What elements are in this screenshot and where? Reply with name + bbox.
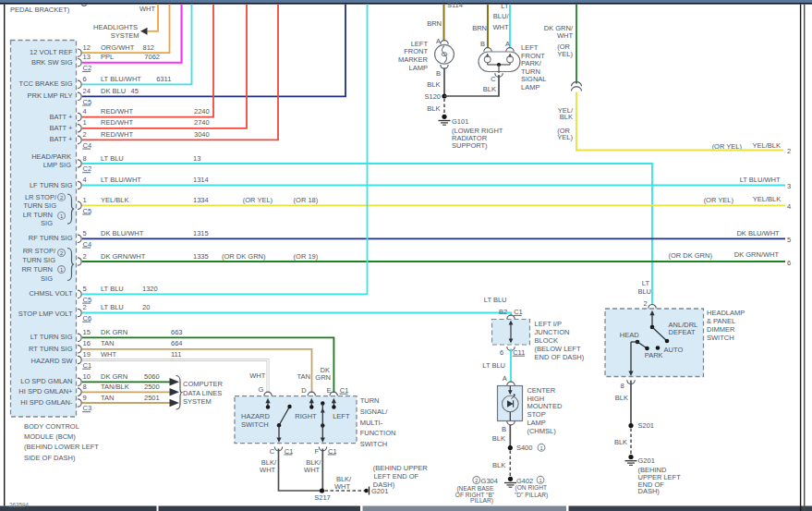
svg-text:C4: C4 bbox=[83, 240, 92, 249]
svg-text:TURN: TURN bbox=[360, 396, 380, 405]
svg-text:1: 1 bbox=[83, 118, 87, 127]
svg-text:13: 13 bbox=[193, 154, 200, 163]
svg-text:DK GRN/WHT: DK GRN/WHT bbox=[101, 252, 146, 261]
svg-text:C1: C1 bbox=[514, 308, 523, 316]
svg-text:C5: C5 bbox=[83, 207, 92, 215]
svg-text:DATA LINES: DATA LINES bbox=[183, 389, 222, 397]
svg-text:RR STOP/: RR STOP/ bbox=[23, 247, 56, 255]
svg-text:C4: C4 bbox=[83, 141, 92, 150]
svg-text:PRK LMP RLY: PRK LMP RLY bbox=[28, 91, 73, 100]
svg-text:(CHMSL): (CHMSL) bbox=[527, 427, 556, 435]
svg-text:20: 20 bbox=[142, 303, 150, 311]
svg-text:SYSTEM: SYSTEM bbox=[183, 397, 212, 406]
svg-text:MARKER: MARKER bbox=[398, 55, 429, 64]
svg-text:HI SPD GMLAN-: HI SPD GMLAN- bbox=[20, 398, 73, 407]
svg-text:DK BLU: DK BLU bbox=[101, 87, 126, 95]
svg-text:YEL): YEL) bbox=[557, 50, 573, 58]
svg-text:BATT +: BATT + bbox=[50, 124, 74, 132]
svg-text:CENTER: CENTER bbox=[527, 386, 555, 395]
svg-text:AUTO: AUTO bbox=[664, 346, 684, 354]
svg-text:TURN SIG: TURN SIG bbox=[22, 256, 55, 264]
svg-text:RT TURN SIG: RT TURN SIG bbox=[29, 345, 73, 353]
svg-text:2501: 2501 bbox=[144, 394, 160, 402]
svg-text:C1: C1 bbox=[328, 447, 337, 456]
svg-text:BLU/: BLU/ bbox=[493, 12, 510, 20]
svg-text:BRN: BRN bbox=[427, 19, 442, 28]
svg-text:A: A bbox=[503, 374, 507, 383]
svg-text:BLK: BLK bbox=[427, 80, 440, 89]
svg-text:1: 1 bbox=[83, 196, 87, 204]
svg-text:4: 4 bbox=[83, 107, 87, 116]
svg-text:2: 2 bbox=[60, 195, 63, 201]
svg-text:C: C bbox=[491, 75, 496, 83]
svg-text:SIGNAL/: SIGNAL/ bbox=[360, 408, 389, 416]
svg-text:MOUNTED: MOUNTED bbox=[527, 402, 562, 410]
svg-text:G101: G101 bbox=[452, 117, 468, 126]
svg-text:B2: B2 bbox=[499, 308, 507, 316]
svg-text:DK BLU/WHT: DK BLU/WHT bbox=[736, 229, 780, 237]
svg-text:1: 1 bbox=[539, 445, 542, 451]
svg-text:SWITCH: SWITCH bbox=[707, 334, 734, 342]
svg-text:8: 8 bbox=[83, 154, 87, 163]
svg-text:G: G bbox=[258, 385, 263, 394]
svg-text:C5: C5 bbox=[83, 98, 92, 106]
svg-text:C2: C2 bbox=[83, 164, 92, 173]
svg-text:LT TURN SIG: LT TURN SIG bbox=[30, 333, 73, 341]
svg-text:G402: G402 bbox=[516, 477, 533, 485]
svg-text:JUNCTION: JUNCTION bbox=[535, 328, 570, 336]
svg-text:DASH): DASH) bbox=[638, 487, 661, 495]
svg-text:YEL/BLK: YEL/BLK bbox=[101, 196, 128, 204]
svg-text:A: A bbox=[436, 37, 441, 45]
svg-text:COMPUTER: COMPUTER bbox=[183, 380, 224, 388]
svg-text:4: 4 bbox=[787, 202, 791, 211]
svg-text:BODY CONTROL: BODY CONTROL bbox=[24, 422, 79, 431]
svg-text:S201: S201 bbox=[638, 421, 655, 430]
svg-text:TAN: TAN bbox=[297, 372, 310, 381]
svg-text:LT BLU: LT BLU bbox=[101, 285, 124, 293]
svg-text:BLOCK: BLOCK bbox=[535, 336, 558, 345]
svg-text:(BEHIND UPPER: (BEHIND UPPER bbox=[373, 464, 428, 472]
svg-text:LT BLU/WHT: LT BLU/WHT bbox=[101, 75, 141, 83]
svg-text:END OF DASH): END OF DASH) bbox=[535, 353, 585, 361]
svg-text:B: B bbox=[502, 425, 506, 433]
svg-text:5: 5 bbox=[83, 229, 87, 237]
svg-text:2: 2 bbox=[475, 478, 478, 483]
svg-text:SUPPORT): SUPPORT) bbox=[452, 141, 488, 150]
svg-text:(OR YEL): (OR YEL) bbox=[712, 142, 743, 151]
svg-text:DIMMER: DIMMER bbox=[707, 325, 735, 334]
svg-text:HAZARD SW: HAZARD SW bbox=[31, 357, 74, 365]
svg-text:BLK: BLK bbox=[560, 113, 573, 121]
svg-text:1314: 1314 bbox=[193, 176, 209, 184]
svg-text:5: 5 bbox=[787, 236, 791, 244]
svg-text:45: 45 bbox=[131, 87, 139, 95]
svg-text:C1: C1 bbox=[340, 386, 349, 395]
svg-text:LT BLU: LT BLU bbox=[484, 296, 507, 304]
svg-text:FUNCTION: FUNCTION bbox=[360, 429, 396, 437]
svg-text:LMP SIG: LMP SIG bbox=[43, 161, 71, 169]
svg-text:RIGHT: RIGHT bbox=[295, 412, 317, 420]
svg-text:WHT: WHT bbox=[492, 23, 508, 31]
svg-text:24: 24 bbox=[83, 87, 91, 95]
svg-text:(OR DK GRN): (OR DK GRN) bbox=[668, 251, 712, 260]
svg-text:(OR 18): (OR 18) bbox=[294, 196, 319, 204]
svg-text:GRN: GRN bbox=[315, 373, 331, 382]
svg-text:RED/WHT: RED/WHT bbox=[101, 118, 133, 127]
svg-text:1335: 1335 bbox=[193, 252, 209, 261]
svg-text:LT: LT bbox=[642, 279, 650, 287]
svg-text:LT BLU: LT BLU bbox=[482, 361, 505, 370]
svg-text:1: 1 bbox=[60, 267, 63, 273]
svg-text:663: 663 bbox=[171, 328, 183, 336]
svg-text:19: 19 bbox=[83, 350, 91, 359]
svg-text:9: 9 bbox=[83, 394, 87, 402]
svg-text:BLK: BLK bbox=[483, 85, 496, 93]
svg-text:TCC BRAKE SIG: TCC BRAKE SIG bbox=[19, 79, 73, 88]
svg-text:DASH): DASH) bbox=[373, 481, 395, 489]
svg-text:1315: 1315 bbox=[193, 229, 209, 237]
svg-text:YEL): YEL) bbox=[557, 133, 573, 141]
svg-text:10: 10 bbox=[83, 372, 91, 381]
svg-text:(OR 19): (OR 19) bbox=[294, 252, 319, 261]
svg-text:5060: 5060 bbox=[144, 372, 160, 381]
svg-text:SIDE OF DASH): SIDE OF DASH) bbox=[24, 454, 76, 462]
svg-text:LR STOP/: LR STOP/ bbox=[25, 193, 57, 201]
svg-text:TAN: TAN bbox=[101, 394, 114, 402]
